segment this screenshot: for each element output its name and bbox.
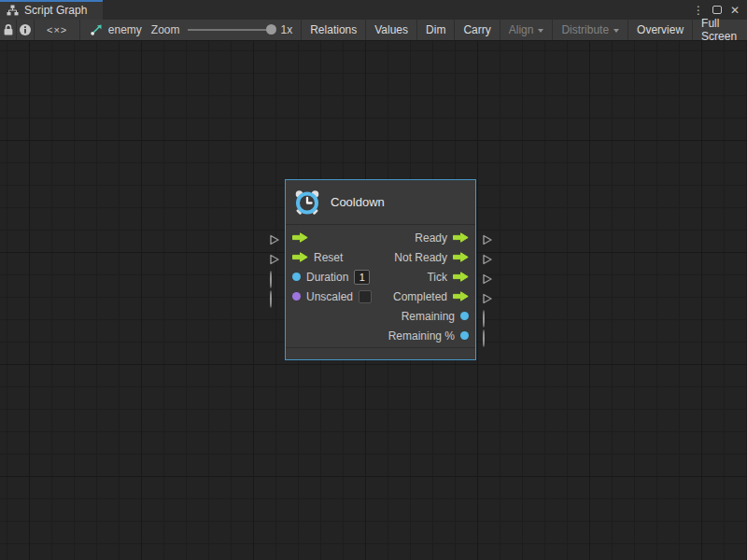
distribute-button[interactable]: Distribute [553, 20, 628, 40]
output-port-remaining-percent[interactable]: Remaining % [383, 329, 475, 343]
align-label: Align [509, 23, 534, 36]
chevron-down-icon [613, 29, 619, 33]
port-row: Remaining % [286, 326, 475, 345]
external-flow-handle[interactable] [482, 291, 493, 302]
maximize-icon[interactable] [712, 6, 722, 14]
output-port-remaining[interactable]: Remaining [383, 310, 475, 323]
graph-toolbar: <×> enemy Zoom 1x Relations Values Dim C… [0, 20, 747, 41]
external-flow-handle[interactable] [482, 232, 493, 244]
zoom-label: Zoom [151, 23, 180, 36]
relations-button[interactable]: Relations [301, 20, 366, 40]
zoom-slider[interactable] [188, 29, 274, 31]
node-title: Cooldown [331, 195, 385, 209]
port-row: Duration Tick [286, 267, 475, 287]
cooldown-node[interactable]: Cooldown Ready Res [285, 179, 476, 360]
output-port-not-ready[interactable]: Not Ready [383, 251, 475, 264]
external-flow-handle[interactable] [269, 232, 280, 244]
tab-script-graph[interactable]: Script Graph [0, 0, 103, 20]
port-label: Reset [314, 251, 343, 264]
port-row: Unscaled Completed [286, 287, 475, 306]
alarm-clock-icon [293, 189, 321, 217]
external-flow-handle[interactable] [482, 272, 493, 283]
flow-arrow-icon [292, 232, 308, 243]
port-label: Tick [427, 271, 447, 284]
flow-arrow-icon [453, 232, 469, 243]
node-body: Ready Reset Not Ready [286, 225, 475, 347]
input-port-reset[interactable]: Reset [286, 251, 383, 264]
chevron-down-icon [538, 29, 543, 33]
value-handle-icon [483, 310, 485, 328]
number-port-icon [460, 312, 469, 320]
graph-name: enemy [108, 23, 142, 36]
flow-arrow-icon [453, 252, 469, 262]
port-label: Remaining % [388, 329, 455, 343]
dim-button[interactable]: Dim [417, 20, 455, 40]
port-label: Not Ready [394, 251, 447, 264]
external-value-handle[interactable] [482, 311, 493, 322]
lock-icon [3, 23, 14, 36]
carry-label: Carry [463, 23, 490, 36]
port-label: Completed [393, 290, 447, 303]
output-port-ready[interactable]: Ready [383, 231, 475, 245]
values-button[interactable]: Values [366, 20, 417, 40]
unscaled-checkbox[interactable] [359, 290, 372, 303]
graph-asset-icon [90, 23, 103, 36]
align-button[interactable]: Align [500, 20, 554, 40]
zoom-control: Zoom 1x [151, 20, 301, 40]
output-port-tick[interactable]: Tick [383, 271, 475, 284]
port-label: Remaining [402, 310, 455, 323]
script-graph-window: Script Graph ⋮ ✕ [0, 0, 747, 560]
info-button[interactable] [17, 20, 35, 40]
relations-label: Relations [310, 23, 357, 36]
duration-field[interactable] [354, 270, 370, 285]
close-icon[interactable]: ✕ [730, 4, 740, 17]
overview-label: Overview [637, 23, 684, 36]
dim-label: Dim [426, 23, 445, 36]
input-port-duration[interactable]: Duration [286, 270, 383, 285]
external-value-handle[interactable] [482, 330, 493, 342]
carry-button[interactable]: Carry [455, 20, 500, 40]
window-menu-icon[interactable]: ⋮ [693, 4, 704, 17]
node-header[interactable]: Cooldown [286, 180, 475, 225]
code-preview-toggle[interactable]: <×> [35, 20, 79, 40]
tab-title: Script Graph [24, 4, 87, 17]
number-port-icon [460, 331, 469, 340]
graph-canvas[interactable]: Cooldown Ready Res [0, 41, 747, 560]
info-icon [19, 23, 32, 36]
titlebar-spacer [103, 0, 693, 20]
port-row: Reset Not Ready [286, 247, 475, 267]
port-label: Duration [306, 271, 348, 284]
distribute-label: Distribute [561, 23, 609, 36]
flow-arrow-icon [292, 252, 308, 262]
port-row: Ready [286, 228, 475, 247]
boolean-port-icon [292, 292, 301, 301]
node-footer [286, 347, 475, 359]
value-handle-icon [270, 290, 272, 308]
input-port-enter[interactable] [286, 232, 383, 243]
external-flow-handle[interactable] [482, 252, 493, 263]
external-flow-handle[interactable] [269, 252, 280, 263]
flow-arrow-icon [453, 272, 469, 282]
fullscreen-button[interactable]: Full Screen [693, 20, 747, 40]
zoom-slider-handle[interactable] [266, 24, 276, 35]
overview-button[interactable]: Overview [628, 20, 693, 40]
value-handle-icon [270, 271, 272, 288]
external-value-handle[interactable] [269, 272, 280, 283]
port-row: Remaining [286, 306, 475, 326]
graph-hierarchy-icon [7, 5, 19, 16]
output-port-completed[interactable]: Completed [383, 290, 475, 303]
zoom-value: 1x [281, 23, 293, 36]
flow-arrow-icon [453, 291, 469, 301]
graph-breadcrumb[interactable]: enemy [80, 20, 151, 40]
port-label: Unscaled [306, 290, 353, 303]
input-port-unscaled[interactable]: Unscaled [286, 290, 383, 303]
port-label: Ready [415, 231, 447, 245]
external-value-handle[interactable] [269, 291, 280, 302]
values-label: Values [374, 23, 408, 36]
lock-button[interactable] [0, 20, 17, 40]
title-bar: Script Graph ⋮ ✕ [0, 0, 747, 20]
code-icon: <×> [47, 24, 67, 35]
fullscreen-label: Full Screen [701, 17, 739, 43]
number-port-icon [292, 273, 301, 281]
value-handle-icon [483, 329, 485, 347]
